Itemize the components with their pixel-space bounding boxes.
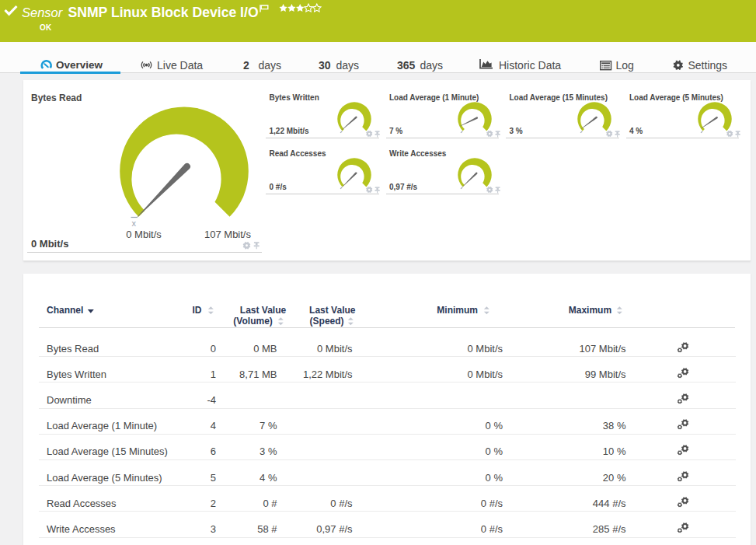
svg-text:x: x xyxy=(132,218,137,228)
